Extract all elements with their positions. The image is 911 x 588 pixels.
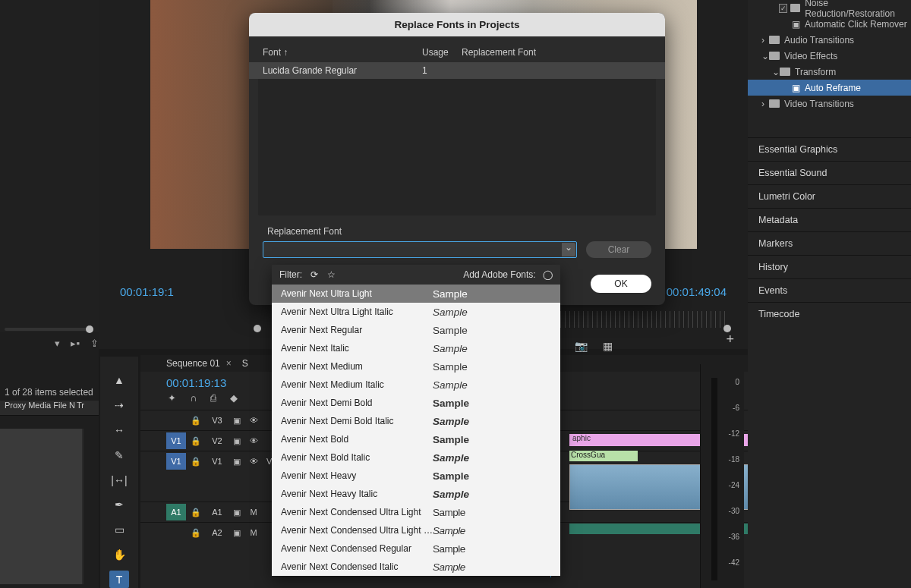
snap-icon[interactable]: ✦	[168, 392, 176, 404]
effects-tree-item[interactable]: ›Audio Transitions	[748, 32, 911, 48]
effects-tree-item[interactable]: ⌄Video Effects	[748, 48, 911, 64]
cloud-sync-icon[interactable]: ⟳	[310, 269, 318, 280]
col-font[interactable]: Font ↑	[263, 47, 422, 58]
font-table-header: Font ↑ Usage Replacement Font	[249, 36, 665, 62]
font-option[interactable]: Avenir Next ItalicSample	[272, 339, 560, 357]
font-dropdown: Filter: ⟳ ☆ Add Adobe Fonts: ◯ Avenir Ne…	[272, 265, 560, 576]
add-button-icon[interactable]: +	[726, 332, 734, 347]
panel-tab[interactable]: Events	[748, 278, 911, 302]
font-option[interactable]: Avenir Next Condensed Ultra Light It…Sam…	[272, 521, 560, 539]
razor-tool-icon[interactable]: ✎	[109, 446, 129, 464]
panel-tab[interactable]: Markers	[748, 231, 911, 255]
link-icon[interactable]: ⎙	[210, 392, 216, 404]
ok-button[interactable]: OK	[591, 275, 651, 293]
selection-tool-icon[interactable]: ▲	[109, 372, 129, 389]
project-selection[interactable]	[0, 429, 84, 584]
project-thumbs: ▾ ▸▪ ⇪	[0, 0, 99, 332]
effects-tree-item[interactable]: ▣Auto Reframe	[748, 80, 911, 96]
font-option[interactable]: Avenir Next Bold ItalicSample	[272, 448, 560, 467]
filter-label: Filter:	[279, 269, 302, 280]
effects-tree-item[interactable]: ✓Noise Reduction/Restoration	[748, 0, 911, 16]
panel-tab[interactable]: Essential Sound	[748, 161, 911, 184]
db-label: -24	[729, 481, 739, 489]
font-option[interactable]: Avenir Next Demi Bold ItalicSample	[272, 412, 560, 430]
db-label: -30	[729, 507, 739, 515]
font-option[interactable]: Avenir Next Ultra LightSample	[272, 285, 560, 303]
other-tab[interactable]: S	[242, 358, 248, 369]
db-label: -6	[733, 404, 739, 412]
slip-tool-icon[interactable]: |↔|	[109, 471, 129, 489]
font-option[interactable]: Avenir Next Ultra Light ItalicSample	[272, 303, 560, 321]
marker-add-icon[interactable]: ◆	[230, 392, 238, 404]
creative-cloud-icon[interactable]: ◯	[543, 269, 553, 280]
in-timecode[interactable]: 00:01:19:1	[120, 285, 174, 298]
sequence-tab[interactable]: Sequence 01	[166, 358, 220, 369]
play-icon[interactable]: ▸▪	[71, 338, 80, 349]
panel-tab[interactable]: Essential Graphics	[748, 137, 911, 161]
db-label: -42	[729, 558, 739, 567]
close-tab-icon[interactable]: ×	[226, 358, 232, 369]
font-table-body	[258, 79, 656, 215]
effects-tree-item[interactable]: ⌄Transform	[748, 64, 911, 80]
panel-tab[interactable]: Lumetri Color	[748, 184, 911, 208]
project-view-icons: ▾ ▸▪ ⇪	[55, 338, 99, 349]
font-option[interactable]: Avenir Next BoldSample	[272, 430, 560, 448]
db-label: -36	[729, 533, 739, 541]
project-col-headers[interactable]: Proxy Media File N Tr	[0, 401, 99, 416]
col-replacement[interactable]: Replacement Font	[462, 47, 536, 58]
add-adobe-fonts-label: Add Adobe Fonts:	[463, 269, 535, 280]
magnet-icon[interactable]: ∩	[190, 392, 197, 404]
panel-tab[interactable]: History	[748, 255, 911, 278]
cross-dissolve-clip[interactable]: CrossGua	[569, 451, 638, 461]
filter-icon[interactable]: ▾	[55, 338, 60, 349]
rectangle-tool-icon[interactable]: ▭	[109, 521, 129, 539]
audio-meter: 0-6-12-18-24-30-36-42	[700, 364, 744, 588]
replacement-label: Replacement Font	[267, 226, 651, 237]
favorite-icon[interactable]: ☆	[327, 269, 336, 280]
export-icon[interactable]: ⇪	[90, 338, 99, 349]
font-option[interactable]: Avenir Next Condensed ItalicSample	[272, 558, 560, 576]
replace-fonts-dialog: Replace Fonts in Projects Font ↑ Usage R…	[249, 13, 665, 305]
font-dropdown-header: Filter: ⟳ ☆ Add Adobe Fonts: ◯	[272, 265, 560, 285]
db-label: -12	[729, 429, 739, 438]
hand-tool-icon[interactable]: ✋	[109, 546, 129, 563]
track-select-icon[interactable]: ⇢	[109, 397, 129, 414]
out-timecode[interactable]: 00:01:49:04	[667, 285, 727, 298]
font-option[interactable]: Avenir Next Demi BoldSample	[272, 394, 560, 412]
ripple-edit-icon[interactable]: ↔	[109, 422, 129, 439]
replacement-font-combo[interactable]	[263, 241, 577, 258]
effects-tree-item[interactable]: ›Video Transitions	[748, 96, 911, 112]
pen-tool-icon[interactable]: ✒	[109, 496, 129, 514]
panel-tab[interactable]: Timecode	[748, 302, 911, 325]
font-option[interactable]: Avenir Next Medium ItalicSample	[272, 376, 560, 394]
zoom-slider[interactable]	[5, 328, 91, 331]
font-option[interactable]: Avenir Next RegularSample	[272, 321, 560, 339]
dialog-title: Replace Fonts in Projects	[249, 13, 665, 36]
meter-bar	[711, 378, 717, 580]
tool-palette: ▲ ⇢ ↔ ✎ |↔| ✒ ▭ ✋ T	[100, 357, 138, 588]
panel-tab[interactable]: Metadata	[748, 208, 911, 231]
compare-icon[interactable]: ▦	[603, 340, 613, 352]
col-usage[interactable]: Usage	[422, 47, 462, 58]
font-option[interactable]: Avenir Next MediumSample	[272, 357, 560, 376]
effects-panel: ✓Noise Reduction/Restoration▣Automatic C…	[748, 0, 911, 588]
font-row[interactable]: Lucida Grande Regular 1	[249, 62, 665, 79]
camera-icon[interactable]: 📷	[575, 340, 588, 352]
clear-button[interactable]: Clear	[586, 241, 651, 258]
font-option[interactable]: Avenir Next Condensed RegularSample	[272, 539, 560, 558]
type-tool-icon[interactable]: T	[109, 571, 129, 588]
font-option[interactable]: Avenir Next Condensed Ultra LightSample	[272, 503, 560, 521]
font-option[interactable]: Avenir Next Heavy ItalicSample	[272, 485, 560, 503]
project-panel: ▾ ▸▪ ⇪ 1 of 28 items selected Proxy Medi…	[0, 0, 99, 588]
db-label: 0	[735, 378, 739, 386]
font-option[interactable]: Avenir Next HeavySample	[272, 467, 560, 485]
effects-tree-item[interactable]: ▣Automatic Click Remover	[748, 16, 911, 32]
selection-status: 1 of 28 items selected	[0, 379, 99, 401]
db-label: -18	[729, 455, 739, 464]
